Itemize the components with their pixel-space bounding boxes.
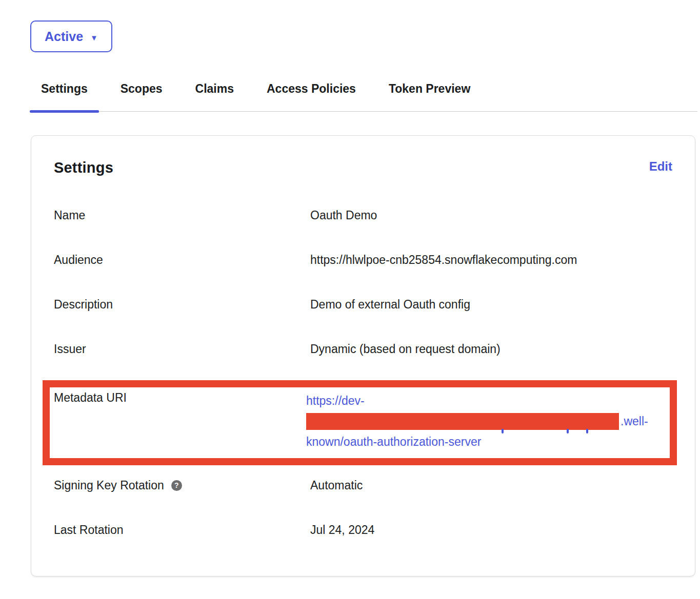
- oauth-server-settings-page: Active ▼ Settings Scopes Claims Access P…: [0, 0, 700, 599]
- field-label: Last Rotation: [54, 523, 310, 537]
- tab-access-policies[interactable]: Access Policies: [255, 82, 367, 111]
- field-label: Signing Key Rotation ?: [54, 478, 310, 492]
- redaction-bar: [306, 413, 619, 430]
- field-row-metadata-uri: Metadata URI https://dev- .well- known/o…: [54, 390, 670, 452]
- metadata-uri-value: https://dev- .well- known/oauth-authoriz…: [306, 390, 670, 452]
- metadata-uri-link[interactable]: https://dev-: [306, 390, 670, 411]
- edit-button[interactable]: Edit: [649, 159, 672, 174]
- field-row-issuer: Issuer Dynamic (based on request domain): [54, 342, 672, 356]
- card-title: Settings: [54, 159, 113, 176]
- field-value: Dynamic (based on request domain): [310, 342, 672, 356]
- field-value: Oauth Demo: [310, 208, 672, 222]
- field-value: Demo of external Oauth config: [310, 297, 672, 312]
- tab-scopes[interactable]: Scopes: [109, 82, 174, 111]
- red-annotation-box: Metadata URI https://dev- .well- known/o…: [43, 380, 677, 465]
- field-label: Issuer: [54, 342, 310, 356]
- status-label: Active: [45, 29, 83, 44]
- metadata-uri-link[interactable]: .well-: [306, 411, 670, 431]
- question-mark-icon[interactable]: ?: [171, 480, 182, 491]
- field-value: https://hlwlpoe-cnb25854.snowflakecomput…: [310, 253, 672, 267]
- field-label: Name: [54, 208, 310, 222]
- tab-token-preview[interactable]: Token Preview: [377, 82, 482, 111]
- field-row-name: Name Oauth Demo: [54, 208, 672, 222]
- metadata-uri-link[interactable]: known/oauth-authorization-server: [306, 431, 670, 452]
- field-label: Audience: [54, 253, 310, 267]
- field-label: Description: [54, 297, 310, 312]
- field-row-audience: Audience https://hlwlpoe-cnb25854.snowfl…: [54, 253, 672, 267]
- tab-bar: Settings Scopes Claims Access Policies T…: [30, 82, 697, 112]
- tab-settings[interactable]: Settings: [30, 82, 99, 111]
- tab-claims[interactable]: Claims: [184, 82, 245, 111]
- redacted-text-descender: [586, 429, 588, 433]
- field-label-text: Signing Key Rotation: [54, 478, 164, 492]
- field-value: Jul 24, 2024: [310, 523, 672, 537]
- chevron-down-icon: ▼: [90, 33, 98, 42]
- field-row-last-rotation: Last Rotation Jul 24, 2024: [54, 523, 672, 537]
- redacted-text-descender: [567, 429, 569, 433]
- metadata-uri-suffix: .well-: [621, 415, 648, 428]
- settings-card: Settings Edit Name Oauth Demo Audience h…: [31, 135, 695, 576]
- field-label: Metadata URI: [54, 390, 306, 405]
- redacted-text-descender: [502, 429, 504, 433]
- field-value: Automatic: [310, 478, 672, 492]
- card-header: Settings Edit: [54, 159, 672, 176]
- field-row-signing-key-rotation: Signing Key Rotation ? Automatic: [54, 478, 672, 492]
- status-dropdown-button[interactable]: Active ▼: [30, 20, 112, 52]
- field-row-description: Description Demo of external Oauth confi…: [54, 297, 672, 312]
